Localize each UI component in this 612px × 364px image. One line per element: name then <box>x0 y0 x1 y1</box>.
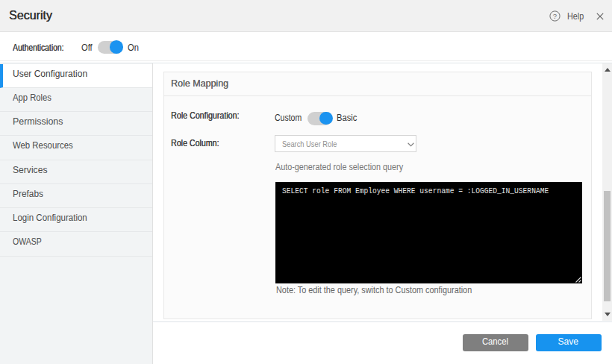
svg-text:?: ? <box>553 12 557 20</box>
